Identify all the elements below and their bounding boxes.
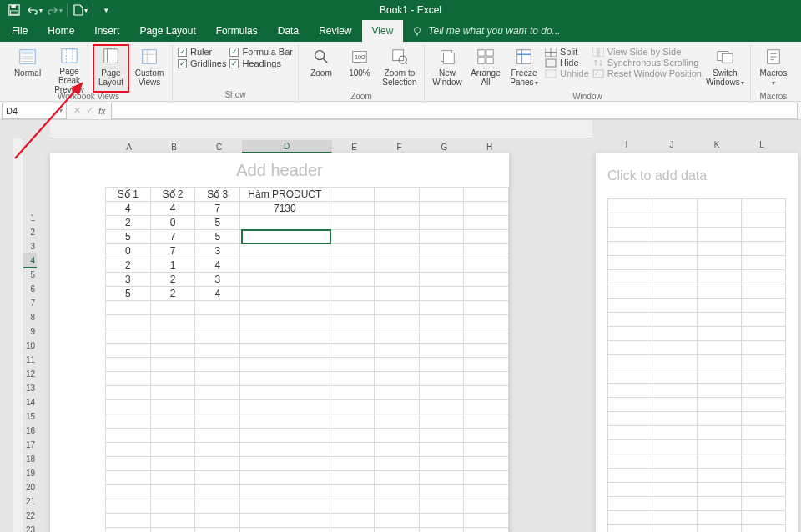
cell[interactable] — [240, 273, 330, 287]
cell[interactable] — [150, 372, 195, 386]
cell[interactable] — [195, 358, 240, 372]
column-headers[interactable]: A B C D E F G H — [107, 140, 512, 153]
cell[interactable] — [330, 216, 375, 230]
cell[interactable] — [464, 329, 509, 344]
row-2[interactable]: 2 — [23, 225, 37, 239]
undo-icon[interactable]: ▾ — [25, 2, 43, 18]
cell[interactable] — [240, 386, 330, 400]
tab-home[interactable]: Home — [38, 20, 84, 42]
switch-windows-button[interactable]: Switch Windows▾ — [705, 45, 745, 92]
cell[interactable] — [330, 499, 375, 514]
cell[interactable]: 1 — [150, 258, 195, 273]
col-F[interactable]: F — [377, 140, 422, 153]
cell[interactable] — [330, 400, 375, 414]
row-13[interactable]: 13 — [23, 381, 37, 395]
reset-window-button[interactable]: Reset Window Position — [592, 68, 702, 78]
page-layout-button[interactable]: Page Layout — [93, 45, 128, 92]
cell[interactable] — [464, 414, 509, 429]
cell[interactable] — [464, 499, 509, 514]
sync-scroll-button[interactable]: Synchronous Scrolling — [592, 58, 702, 68]
cell[interactable] — [375, 258, 420, 273]
cell[interactable] — [419, 258, 464, 273]
worksheet-grid[interactable]: Số 1Số 2Số 3Hàm PRODUCT44771302055750732… — [50, 187, 509, 532]
cell[interactable]: 4 — [195, 258, 240, 273]
cell[interactable] — [330, 429, 375, 443]
row-3[interactable]: 3 — [23, 239, 37, 253]
col-D[interactable]: D — [242, 140, 332, 153]
ruler-checkbox[interactable]: ✓Ruler — [178, 47, 226, 57]
zoom-100-button[interactable]: 100 100% — [342, 45, 377, 92]
tab-page-layout[interactable]: Page Layout — [129, 20, 205, 42]
cell[interactable] — [195, 471, 240, 485]
cell[interactable] — [195, 457, 240, 471]
tab-data[interactable]: Data — [268, 20, 309, 42]
cell[interactable] — [106, 528, 151, 533]
cell[interactable] — [330, 414, 375, 429]
cell[interactable] — [240, 485, 330, 499]
cell[interactable] — [150, 499, 195, 514]
cell[interactable]: 3 — [195, 273, 240, 287]
cell[interactable] — [240, 216, 330, 230]
row-11[interactable]: 11 — [23, 353, 37, 367]
cell[interactable] — [375, 443, 420, 457]
cell[interactable] — [419, 457, 464, 471]
col-J[interactable]: J — [649, 140, 694, 153]
new-file-icon[interactable]: ▾ — [71, 2, 89, 18]
cell[interactable] — [150, 301, 195, 315]
cell[interactable] — [240, 287, 330, 301]
cell[interactable] — [106, 400, 151, 414]
cell[interactable] — [240, 258, 330, 273]
cell[interactable] — [375, 429, 420, 443]
tab-view[interactable]: View — [362, 20, 404, 42]
cell[interactable] — [195, 514, 240, 528]
cell[interactable]: 2 — [150, 287, 195, 301]
cell[interactable] — [106, 471, 151, 485]
cell[interactable] — [240, 528, 330, 533]
cell[interactable] — [106, 443, 151, 457]
cell[interactable] — [419, 400, 464, 414]
cell[interactable] — [106, 457, 151, 471]
cell[interactable] — [106, 358, 151, 372]
cell[interactable] — [464, 287, 509, 301]
cell[interactable] — [106, 514, 151, 528]
cell[interactable] — [150, 514, 195, 528]
cell[interactable] — [375, 386, 420, 400]
row-1[interactable]: 1 — [23, 211, 37, 225]
formula-input[interactable] — [111, 103, 798, 119]
cell[interactable] — [375, 315, 420, 329]
col-K[interactable]: K — [694, 140, 739, 153]
cell[interactable] — [330, 485, 375, 499]
cell[interactable] — [464, 386, 509, 400]
tab-formulas[interactable]: Formulas — [206, 20, 268, 42]
cell[interactable] — [375, 202, 420, 216]
cell[interactable]: Số 1 — [106, 188, 151, 202]
cell[interactable] — [195, 485, 240, 499]
row-23[interactable]: 23 — [23, 523, 37, 532]
cell[interactable] — [419, 358, 464, 372]
cell[interactable] — [150, 485, 195, 499]
custom-views-button[interactable]: Custom Views — [132, 45, 167, 92]
headings-checkbox[interactable]: ✓Headings — [229, 58, 293, 68]
cell[interactable] — [240, 443, 330, 457]
cell[interactable] — [464, 301, 509, 315]
cell[interactable] — [240, 244, 330, 258]
cell[interactable] — [464, 344, 509, 358]
cell[interactable] — [464, 528, 509, 533]
side-by-side-button[interactable]: View Side by Side — [592, 47, 702, 57]
cell[interactable] — [150, 528, 195, 533]
cell[interactable] — [464, 358, 509, 372]
cell[interactable] — [464, 485, 509, 499]
tab-insert[interactable]: Insert — [84, 20, 129, 42]
cell[interactable] — [464, 443, 509, 457]
cell[interactable]: 4 — [195, 287, 240, 301]
row-20[interactable]: 20 — [23, 480, 37, 494]
cell[interactable] — [240, 400, 330, 414]
cell[interactable] — [195, 315, 240, 329]
cell[interactable] — [106, 485, 151, 499]
cell[interactable]: 5 — [195, 230, 240, 244]
cell[interactable]: 2 — [106, 258, 151, 273]
cell[interactable] — [330, 287, 375, 301]
cell[interactable] — [464, 188, 509, 202]
cell[interactable] — [195, 386, 240, 400]
cell[interactable] — [330, 273, 375, 287]
